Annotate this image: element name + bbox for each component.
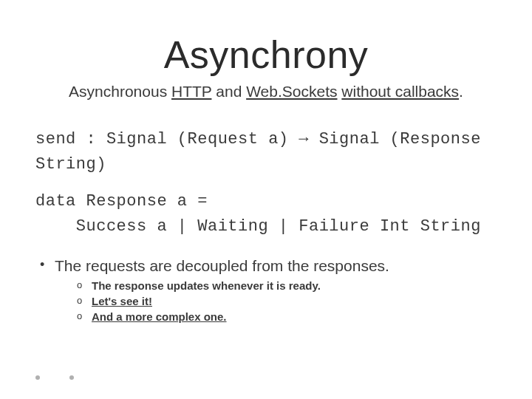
sub-bullet-3: And a more complex one. [75,310,497,323]
sub-bullet-2: Let's see it! [75,295,497,307]
sub-bullet-1: The response updates whenever it is read… [75,279,497,292]
sub-bullet-3-link[interactable]: And a more complex one. [92,310,227,323]
bullet-text: The requests are decoupled from the resp… [55,257,389,274]
code-text-1a: send : Signal (Request a) [35,130,299,149]
footer-dot-icon [35,375,40,380]
code-line-send: send : Signal (Request a) → Signal (Resp… [35,127,497,177]
sub-bullet-1-text: The response updates whenever it is read… [92,279,321,292]
slide: Asynchrony Asynchronous HTTP and Web.Soc… [0,0,532,399]
code-arrow: → [299,130,309,149]
slide-subtitle: Asynchronous HTTP and Web.Sockets withou… [35,83,497,100]
subtitle-link-http[interactable]: HTTP [171,83,211,100]
subtitle-text-4: . [459,83,463,100]
bullet-item-main: The requests are decoupled from the resp… [38,257,497,323]
subtitle-link-callbacks[interactable]: without callbacks [341,83,459,100]
slide-title: Asynchrony [35,33,497,77]
footer-dots [35,375,74,380]
footer-dot-icon [69,375,74,380]
subtitle-link-websockets[interactable]: Web.Sockets [246,83,337,100]
code-block-response: data Response a = Success a | Waiting | … [35,189,497,239]
bullet-list: The requests are decoupled from the resp… [38,257,497,323]
subtitle-text-1: Asynchronous [69,83,171,100]
sub-bullet-2-link[interactable]: Let's see it! [92,295,152,307]
subtitle-text-2: and [211,83,246,100]
sub-bullet-list: The response updates whenever it is read… [75,279,497,323]
